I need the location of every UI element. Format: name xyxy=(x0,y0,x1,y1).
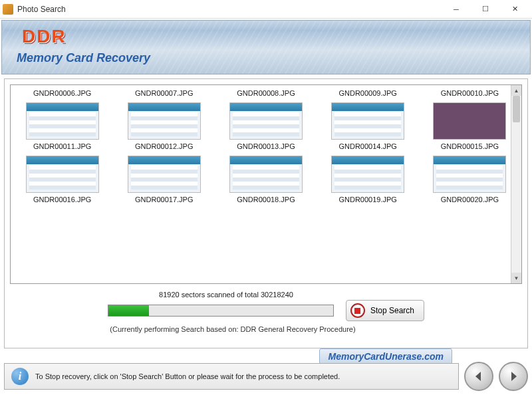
thumbnail-item[interactable]: GNDR00018.JPG xyxy=(217,153,315,203)
back-button[interactable] xyxy=(464,362,493,391)
progress-bar xyxy=(108,305,334,317)
app-icon xyxy=(3,4,13,15)
thumbnail-item[interactable]: GNDR00006.JPG xyxy=(13,89,111,97)
thumbnail-image xyxy=(128,156,201,193)
info-icon: i xyxy=(11,368,29,385)
thumbnail-image xyxy=(26,102,99,140)
thumbnail-item[interactable]: GNDR00016.JPG xyxy=(13,153,111,203)
maximize-button[interactable]: ☐ xyxy=(471,1,500,18)
banner: DDR Memory Card Recovery xyxy=(1,20,531,74)
scroll-up-icon[interactable]: ▲ xyxy=(511,85,521,96)
thumbnail-filename: GNDR00015.JPG xyxy=(441,142,499,150)
thumbnail-item[interactable]: GNDR00020.JPG xyxy=(421,153,519,203)
thumbnail-filename: GNDR00009.JPG xyxy=(338,89,396,97)
thumbnail-image xyxy=(433,156,506,193)
thumbnail-filename: GNDR00006.JPG xyxy=(33,89,91,97)
thumbnail-image xyxy=(229,102,303,140)
stop-icon xyxy=(350,303,365,318)
thumbnail-filename: GNDR00007.JPG xyxy=(135,89,193,97)
thumbnail-filename: GNDR00017.JPG xyxy=(135,196,193,203)
arrow-right-icon xyxy=(507,370,520,383)
footer: i To Stop recovery, click on 'Stop Searc… xyxy=(4,358,528,395)
banner-subtitle: Memory Card Recovery xyxy=(17,51,150,65)
thumbnail-filename: GNDR00010.JPG xyxy=(441,89,499,97)
thumbnail-filename: GNDR00019.JPG xyxy=(338,196,396,203)
arrow-left-icon xyxy=(472,370,485,383)
info-box: i To Stop recovery, click on 'Stop Searc… xyxy=(4,363,459,390)
scroll-track[interactable] xyxy=(511,96,521,273)
thumbnail-item[interactable]: GNDR00007.JPG xyxy=(115,89,213,97)
stop-button-label: Stop Search xyxy=(370,306,414,315)
close-button[interactable]: ✕ xyxy=(500,1,529,18)
thumbnail-image xyxy=(26,156,99,193)
thumbnail-filename: GNDR00012.JPG xyxy=(135,142,193,150)
minimize-button[interactable]: ─ xyxy=(442,1,471,18)
thumbnail-image xyxy=(229,156,303,193)
thumbnail-filename: GNDR00018.JPG xyxy=(237,196,295,203)
scrollbar[interactable]: ▲ ▼ xyxy=(511,85,521,283)
thumbnail-filename: GNDR00016.JPG xyxy=(33,196,91,203)
thumbnail-image xyxy=(128,102,201,140)
thumbnail-item[interactable]: GNDR00011.JPG xyxy=(13,100,111,150)
thumbnail-filename: GNDR00020.JPG xyxy=(441,196,499,203)
scroll-thumb[interactable] xyxy=(513,96,520,122)
thumbnail-filename: GNDR00011.JPG xyxy=(33,142,91,150)
titlebar: Photo Search ─ ☐ ✕ xyxy=(0,0,532,19)
thumbnail-item[interactable]: GNDR00017.JPG xyxy=(115,153,213,203)
scroll-down-icon[interactable]: ▼ xyxy=(511,273,521,283)
progress-fill xyxy=(108,305,149,316)
thumbnail-image xyxy=(433,102,506,140)
stop-search-button[interactable]: Stop Search xyxy=(346,300,424,321)
thumbnail-filename: GNDR00008.JPG xyxy=(237,89,295,97)
thumbnail-filename: GNDR00014.JPG xyxy=(338,142,396,150)
thumbnail-item[interactable]: GNDR00012.JPG xyxy=(115,100,213,150)
procedure-label: (Currently performing Search based on: D… xyxy=(0,325,495,333)
thumbnail-item[interactable]: GNDR00014.JPG xyxy=(319,100,417,150)
window-title: Photo Search xyxy=(17,5,442,14)
thumbnail-item[interactable]: GNDR00010.JPG xyxy=(421,89,519,97)
next-button[interactable] xyxy=(499,362,528,391)
main-panel: GNDR00006.JPGGNDR00007.JPGGNDR00008.JPGG… xyxy=(4,78,528,348)
thumbnail-filename: GNDR00013.JPG xyxy=(237,142,295,150)
logo-text: DDR xyxy=(22,26,66,47)
thumbnail-item[interactable]: GNDR00019.JPG xyxy=(319,153,417,203)
thumbnail-item[interactable]: GNDR00008.JPG xyxy=(217,89,315,97)
results-frame: GNDR00006.JPGGNDR00007.JPGGNDR00008.JPGG… xyxy=(10,84,522,284)
thumbnail-item[interactable]: GNDR00009.JPG xyxy=(319,89,417,97)
thumbnail-item[interactable]: GNDR00013.JPG xyxy=(217,100,315,150)
info-text: To Stop recovery, click on 'Stop Search'… xyxy=(35,372,340,380)
thumbnail-grid: GNDR00006.JPGGNDR00007.JPGGNDR00008.JPGG… xyxy=(13,89,519,203)
progress-area: 81920 sectors scanned of total 30218240 … xyxy=(10,291,522,333)
progress-label: 81920 sectors scanned of total 30218240 xyxy=(0,291,495,299)
thumbnail-image xyxy=(331,102,404,140)
thumbnail-item[interactable]: GNDR00015.JPG xyxy=(421,100,519,150)
thumbnail-image xyxy=(331,156,404,193)
